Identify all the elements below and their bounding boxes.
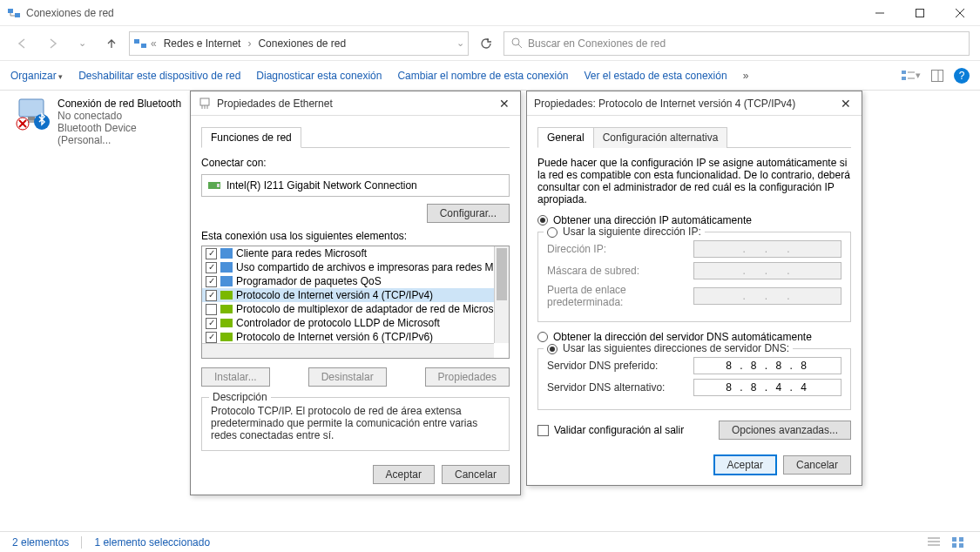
checkbox-icon[interactable]: [206, 332, 217, 343]
description-legend: Descripción: [209, 391, 271, 403]
checkbox-icon[interactable]: [206, 276, 217, 287]
status-selected: 1 elemento seleccionado: [94, 536, 210, 549]
list-item[interactable]: Uso compartido de archivos e impresoras …: [202, 260, 509, 274]
tab-general[interactable]: General: [537, 127, 594, 148]
view-options-button[interactable]: ▾: [902, 66, 921, 85]
ethernet-properties-dialog: Propiedades de Ethernet ✕ Funciones de r…: [190, 91, 521, 495]
back-button[interactable]: [10, 31, 35, 56]
checkbox-icon[interactable]: [206, 248, 217, 259]
svg-point-8: [512, 38, 519, 45]
forward-button[interactable]: [40, 31, 64, 56]
properties-button[interactable]: Propiedades: [425, 367, 510, 387]
command-bar: Organizar Deshabilitar este dispositivo …: [0, 61, 980, 91]
list-item-label: Protocolo de multiplexor de adaptador de…: [236, 303, 494, 315]
breadcrumb-current[interactable]: Conexiones de red: [254, 37, 349, 50]
maximize-button[interactable]: [900, 0, 940, 26]
dns-preferred-label: Servidor DNS preferido:: [547, 360, 693, 372]
dialog-close-button[interactable]: ✕: [496, 97, 513, 111]
radio-icon[interactable]: [547, 344, 558, 354]
checkbox-icon[interactable]: [206, 318, 217, 329]
address-dropdown-icon[interactable]: ⌄: [456, 37, 464, 49]
ip-auto-label: Obtener una dirección IP automáticamente: [553, 214, 752, 226]
close-button[interactable]: [940, 0, 980, 26]
advanced-button[interactable]: Opciones avanzadas...: [719, 421, 851, 440]
vertical-scrollbar[interactable]: [494, 246, 509, 343]
components-listbox[interactable]: Cliente para redes MicrosoftUso comparti…: [201, 246, 510, 359]
dns-auto-radio[interactable]: Obtener la dirección del servidor DNS au…: [537, 331, 851, 343]
radio-icon[interactable]: [547, 227, 558, 238]
horizontal-scrollbar[interactable]: [202, 343, 494, 358]
tab-network-functions[interactable]: Funciones de red: [201, 127, 301, 148]
svg-rect-28: [217, 184, 220, 187]
validate-checkbox[interactable]: Validar configuración al salir: [537, 424, 684, 436]
details-view-icon: [928, 537, 940, 548]
cancel-button[interactable]: Cancelar: [442, 465, 510, 484]
network-icon: [7, 6, 21, 20]
adapter-name: Intel(R) I211 Gigabit Network Connection: [226, 179, 417, 192]
checkbox-icon[interactable]: [206, 304, 217, 315]
rename-link[interactable]: Cambiar el nombre de esta conexión: [397, 70, 568, 82]
uses-label: Esta conexión usa los siguientes element…: [201, 230, 510, 242]
dns-alternate-input[interactable]: 8 . 8 . 4 . 4: [693, 379, 841, 396]
breadcrumb-parent[interactable]: Redes e Internet: [160, 37, 245, 50]
help-button[interactable]: ?: [954, 68, 970, 84]
status-link[interactable]: Ver el estado de esta conexión: [585, 70, 727, 82]
list-item[interactable]: Programador de paquetes QoS: [202, 274, 509, 288]
dns-preferred-input[interactable]: 8 . 8 . 8 . 8: [693, 357, 841, 374]
arrow-left-icon: [17, 37, 29, 50]
list-item[interactable]: Controlador de protocolo LLDP de Microso…: [202, 316, 509, 330]
list-item[interactable]: Protocolo de Internet versión 6 (TCP/IPv…: [202, 330, 509, 344]
search-input[interactable]: Buscar en Conexiones de red: [504, 31, 970, 56]
divider: [81, 536, 82, 549]
dialog-titlebar[interactable]: Propiedades de Ethernet ✕: [191, 91, 520, 116]
svg-rect-23: [200, 98, 209, 105]
tab-alternative[interactable]: Configuración alternativa: [593, 127, 728, 148]
list-item-label: Controlador de protocolo LLDP de Microso…: [236, 317, 440, 329]
subnet-mask-input: . . .: [693, 262, 841, 279]
list-item-label: Uso compartido de archivos e impresoras …: [236, 261, 493, 273]
checkbox-icon[interactable]: [206, 290, 217, 301]
dialog-close-button[interactable]: ✕: [837, 97, 855, 111]
scrollbar-thumb[interactable]: [497, 248, 507, 300]
uninstall-button[interactable]: Desinstalar: [308, 367, 387, 387]
intro-text: Puede hacer que la configuración IP se a…: [537, 157, 851, 205]
checkbox-icon[interactable]: [206, 262, 217, 273]
protocol-icon: [220, 305, 233, 313]
up-button[interactable]: [99, 31, 124, 56]
list-item-label: Protocolo de Internet versión 6 (TCP/IPv…: [236, 331, 433, 343]
ok-button[interactable]: Aceptar: [714, 455, 776, 475]
ip-manual-label[interactable]: Usar la siguiente dirección IP:: [563, 226, 701, 238]
svg-line-9: [518, 44, 522, 48]
nic-icon: [207, 178, 221, 192]
refresh-button[interactable]: [474, 31, 498, 56]
disable-device-link[interactable]: Deshabilitar este dispositivo de red: [78, 70, 240, 82]
install-button[interactable]: Instalar...: [201, 367, 270, 387]
list-item[interactable]: Protocolo de Internet versión 4 (TCP/IPv…: [202, 288, 509, 302]
ok-button[interactable]: Aceptar: [373, 465, 435, 484]
chevron-down-icon: ▾: [916, 70, 921, 81]
configure-button[interactable]: Configurar...: [427, 204, 510, 223]
diagnose-link[interactable]: Diagnosticar esta conexión: [256, 70, 382, 82]
dialog-titlebar[interactable]: Propiedades: Protocolo de Internet versi…: [527, 91, 862, 116]
minimize-button[interactable]: [860, 0, 900, 26]
recent-button[interactable]: ⌄: [70, 31, 94, 56]
list-item[interactable]: Protocolo de multiplexor de adaptador de…: [202, 302, 509, 316]
maximize-icon: [916, 9, 924, 17]
details-view-button[interactable]: [924, 533, 943, 552]
list-item[interactable]: Cliente para redes Microsoft: [202, 246, 509, 260]
icons-view-button[interactable]: [949, 533, 968, 552]
overflow-chevron-icon[interactable]: »: [743, 70, 749, 82]
ip-address-label: Dirección IP:: [547, 243, 693, 255]
adapter-field[interactable]: Intel(R) I211 Gigabit Network Connection: [201, 174, 510, 197]
minimize-icon: [875, 9, 884, 17]
ip-auto-radio[interactable]: Obtener una dirección IP automáticamente: [537, 214, 851, 226]
dns-manual-label[interactable]: Usar las siguientes direcciones de servi…: [563, 342, 789, 354]
svg-rect-34: [952, 543, 956, 548]
organize-menu[interactable]: Organizar: [10, 70, 63, 82]
cancel-button[interactable]: Cancelar: [783, 455, 851, 475]
details-pane-button[interactable]: [928, 66, 947, 85]
svg-rect-35: [959, 543, 963, 548]
address-bar[interactable]: « Redes e Internet › Conexiones de red ⌄: [129, 31, 469, 56]
dialog-title: Propiedades de Ethernet: [217, 98, 333, 110]
connection-item-bluetooth[interactable]: Conexión de red Bluetooth No conectado B…: [16, 98, 186, 146]
